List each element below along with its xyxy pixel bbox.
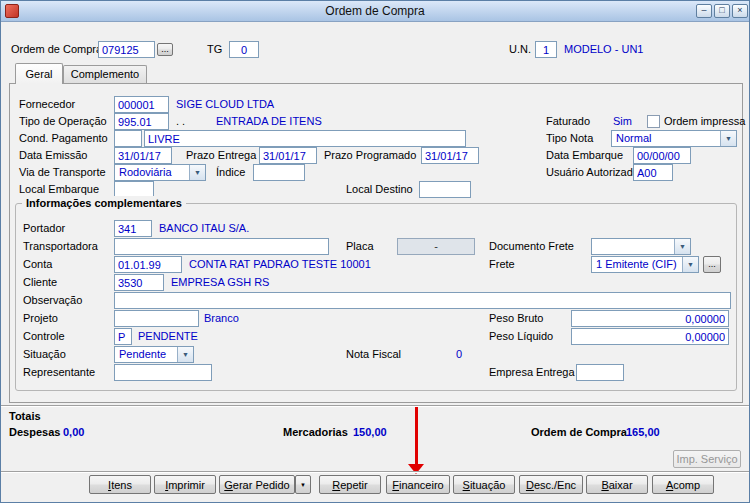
un-input[interactable] <box>535 41 557 58</box>
close-button[interactable]: × <box>732 4 748 18</box>
via-transporte-label: Via de Transporte <box>19 164 106 181</box>
tipo-operacao-label: Tipo de Operação <box>19 113 107 130</box>
despesas-label: Despesas <box>9 424 60 441</box>
chevron-down-icon: ▼ <box>682 257 698 272</box>
nota-fiscal-value-text: 0 <box>456 346 462 363</box>
usuario-autorizado-input[interactable] <box>633 164 673 181</box>
peso-liquido-input[interactable] <box>571 328 729 345</box>
un-label: U.N. <box>509 41 531 58</box>
tab-geral[interactable]: Geral <box>15 63 63 84</box>
minimize-button[interactable]: – <box>696 4 712 18</box>
totais-title: Totais <box>9 408 41 425</box>
placa-label: Placa <box>346 238 374 255</box>
prazo-programado-label: Prazo Programado <box>324 147 416 164</box>
button-financeiro[interactable]: Financeiro <box>386 475 450 494</box>
frete-select[interactable]: 1 Emitente (CIF) ▼ <box>591 256 699 273</box>
prazo-entrega-label: Prazo Entrega <box>186 147 256 164</box>
fornecedor-code-input[interactable] <box>114 96 169 113</box>
controle-name-text: PENDENTE <box>138 328 198 345</box>
tipo-nota-select[interactable]: Normal ▼ <box>611 130 737 147</box>
tg-label: TG <box>207 41 222 58</box>
cond-pagamento-desc-input[interactable] <box>144 130 466 147</box>
peso-bruto-input[interactable] <box>571 310 729 327</box>
tipo-operacao-subcode-text: . . <box>176 113 185 130</box>
button-repetir[interactable]: Repetir <box>319 475 381 494</box>
chevron-down-icon: ▼ <box>177 347 193 362</box>
tg-input[interactable] <box>229 41 259 58</box>
empresa-entrega-label: Empresa Entrega <box>489 364 575 381</box>
prazo-programado-input[interactable] <box>421 147 479 164</box>
portador-name-text: BANCO ITAU S/A. <box>159 220 249 237</box>
nota-fiscal-label: Nota Fiscal <box>346 346 401 363</box>
projeto-label: Projeto <box>23 310 58 327</box>
frete-lookup-button[interactable]: ... <box>703 256 721 273</box>
maximize-button[interactable]: □ <box>714 4 730 18</box>
tipo-operacao-code-input[interactable] <box>114 113 169 130</box>
representante-label: Representante <box>23 364 95 381</box>
frete-label: Frete <box>489 256 515 273</box>
button-situacao[interactable]: Situação <box>453 475 515 494</box>
button-acomp[interactable]: Acomp <box>652 475 714 494</box>
ordem-impressa-label: Ordem impressa <box>664 113 745 130</box>
tipo-operacao-name-text: ENTRADA DE ITENS <box>216 113 322 130</box>
tab-complemento[interactable]: Complemento <box>63 65 147 83</box>
faturado-label: Faturado <box>546 113 590 130</box>
un-name-text: MODELO - UN1 <box>564 41 643 58</box>
button-desc-enc[interactable]: Desc./Enc <box>519 475 583 494</box>
portador-code-input[interactable] <box>114 220 152 237</box>
cliente-label: Cliente <box>23 274 57 291</box>
controle-code-input[interactable] <box>114 328 132 345</box>
peso-liquido-label: Peso Líquido <box>489 328 553 345</box>
data-embarque-input[interactable] <box>633 147 691 164</box>
local-destino-label: Local Destino <box>346 181 413 198</box>
titlebar: Ordem de Compra – □ × <box>1 1 749 22</box>
projeto-name-text: Branco <box>204 310 239 327</box>
situacao-select[interactable]: Pendente ▼ <box>114 346 194 363</box>
mercadorias-label: Mercadorias <box>283 424 348 441</box>
annotation-arrow <box>415 407 418 465</box>
mercadorias-value: 150,00 <box>353 424 387 441</box>
button-imprimir[interactable]: Imprimir <box>154 475 216 494</box>
documento-frete-label: Documento Frete <box>489 238 574 255</box>
chevron-down-icon: ▼ <box>720 131 736 146</box>
transportadora-input[interactable] <box>114 238 329 255</box>
chevron-down-icon: ▼ <box>674 239 690 254</box>
indice-input[interactable] <box>253 164 305 181</box>
observacao-input[interactable] <box>114 292 731 309</box>
button-itens[interactable]: Itens <box>89 475 151 494</box>
empresa-entrega-input[interactable] <box>576 364 624 381</box>
data-emissao-label: Data Emissão <box>19 147 87 164</box>
conta-label: Conta <box>23 256 52 273</box>
indice-label: Índice <box>216 164 245 181</box>
documento-frete-select[interactable]: ▼ <box>591 238 691 255</box>
order-number-input[interactable] <box>98 41 155 58</box>
usuario-autorizado-label: Usuário Autorizado <box>546 164 639 181</box>
imp-servico-button[interactable]: Imp. Serviço <box>673 450 741 468</box>
projeto-input[interactable] <box>114 310 199 327</box>
button-baixar[interactable]: Baixar <box>586 475 648 494</box>
transportadora-label: Transportadora <box>23 238 98 255</box>
ordem-compra-total-label: Ordem de Compra <box>531 424 627 441</box>
prazo-entrega-input[interactable] <box>259 147 317 164</box>
peso-bruto-label: Peso Bruto <box>489 310 543 327</box>
gerar-pedido-dropdown-button[interactable]: ▼ <box>295 475 311 494</box>
window-title: Ordem de Compra <box>1 1 749 21</box>
despesas-value: 0,00 <box>63 424 84 441</box>
via-transporte-select[interactable]: Rodoviária ▼ <box>114 164 206 181</box>
button-gerar-pedido[interactable]: Gerar Pedido <box>219 475 295 494</box>
totals-separator <box>1 405 749 407</box>
ordem-compra-total-value: 165,00 <box>626 424 660 441</box>
representante-input[interactable] <box>114 364 212 381</box>
footer-separator <box>1 471 749 473</box>
informacoes-complementares-title: Informações complementares <box>22 196 186 210</box>
conta-code-input[interactable] <box>114 256 182 273</box>
cond-pagamento-code-input[interactable] <box>114 130 142 147</box>
portador-label: Portador <box>23 220 65 237</box>
cliente-code-input[interactable] <box>114 274 164 291</box>
fornecedor-name-text: SIGE CLOUD LTDA <box>176 96 274 113</box>
order-lookup-button[interactable]: ... <box>157 43 173 56</box>
fornecedor-label: Fornecedor <box>19 96 75 113</box>
local-destino-input[interactable] <box>419 181 471 198</box>
data-emissao-input[interactable] <box>114 147 172 164</box>
ordem-impressa-checkbox[interactable] <box>647 115 660 128</box>
